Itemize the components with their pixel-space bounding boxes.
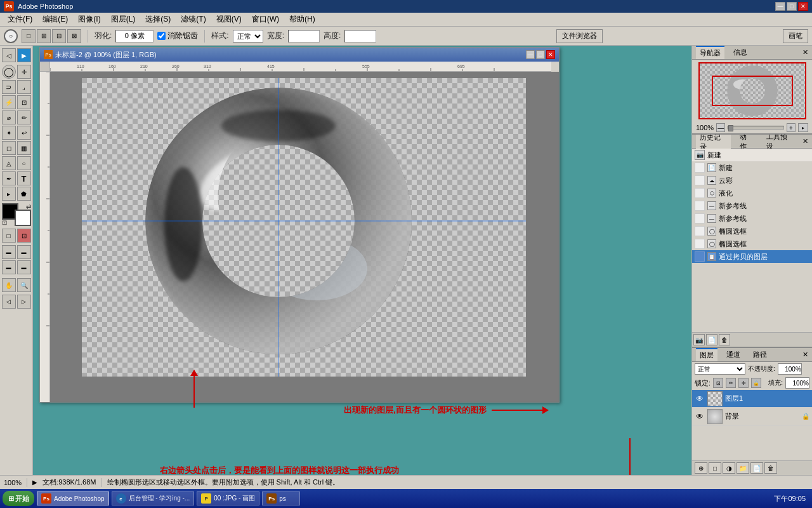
delete-layer-btn[interactable]: 🗑 [764,462,777,474]
layer-bg-eye[interactable]: 👁 [695,411,705,422]
menu-window[interactable]: 窗口(W) [247,13,284,26]
width-input[interactable] [288,30,320,43]
history-item-0[interactable]: 📄 新建 [692,161,812,174]
close-button[interactable]: ✕ [798,2,808,11]
blur-tool[interactable]: ◬ [2,156,16,170]
custom-shape-tool[interactable]: ⬟ [17,187,31,201]
history-forward-btn[interactable]: ▶ [17,48,31,62]
tab-navigator[interactable]: 导航器 [696,46,724,59]
lock-image-btn[interactable]: ✏ [726,378,736,388]
menu-filter[interactable]: 滤镜(T) [176,13,211,26]
menu-edit[interactable]: 编辑(E) [37,13,73,26]
canvas-container[interactable] [50,72,559,402]
nav-zoom-in-btn[interactable]: + [787,123,796,132]
opacity-input[interactable] [778,363,802,375]
small-rect-2[interactable]: ▬ [17,245,31,259]
new-selection-btn[interactable]: □ [22,29,36,43]
antialias-checkbox-container[interactable]: 消除锯齿 [157,30,198,41]
maximize-button[interactable]: □ [787,2,797,11]
extra-btn-1[interactable]: ◁ [2,295,16,309]
menu-select[interactable]: 选择(S) [140,13,176,26]
layer-1-eye[interactable]: 👁 [695,394,705,404]
history-back-btn[interactable]: ◁ [2,48,16,62]
adjustment-layer-btn[interactable]: ◑ [723,462,735,474]
history-brush-tool[interactable]: ↩ [17,126,31,140]
feather-input[interactable] [115,30,154,43]
history-item-4[interactable]: — 新参考线 [692,212,812,225]
layers-close-icon[interactable]: ✕ [802,351,808,359]
status-triangle-btn[interactable]: ▶ [32,479,37,486]
crop-tool[interactable]: ⊡ [17,95,31,109]
ellipse-marquee-tool[interactable]: ◯ [2,65,16,79]
nav-zoom-out-btn[interactable]: — [716,123,725,132]
clone-stamp-tool[interactable]: ✦ [2,126,16,140]
start-button[interactable]: ⊞ 开始 [3,491,34,506]
history-item-snapshot[interactable]: 📷 新建 [692,149,812,161]
history-item-5[interactable]: ◯ 椭圆选框 [692,225,812,237]
navigator-close-icon[interactable]: ✕ [802,48,808,57]
move-tool[interactable]: ✛ [17,65,31,79]
menu-image[interactable]: 图像(I) [73,13,105,26]
lasso-tool[interactable]: ⊃ [2,80,16,94]
small-rect-4[interactable]: ▬ [17,260,31,274]
switch-colors-icon[interactable]: ⇄ [26,203,31,210]
intersect-selection-btn[interactable]: ⊠ [67,29,81,43]
zoom-tool[interactable]: 🔍 [17,278,31,292]
tab-paths[interactable]: 路径 [749,349,771,361]
new-doc-from-state-btn[interactable]: 📄 [706,334,717,345]
taskbar-item-paint[interactable]: P 00 :JPG - 画图 [197,491,259,505]
small-rect-3[interactable]: ▬ [2,260,16,274]
history-item-6[interactable]: ◯ 椭圆选框 [692,237,812,250]
brush-preset-button[interactable]: 画笔 [783,29,808,43]
history-close-icon[interactable]: ✕ [802,137,808,145]
tab-layers[interactable]: 图层 [696,348,717,361]
taskbar-item-ps[interactable]: Ps Adobe Photoshop [37,491,109,505]
tab-channels[interactable]: 通道 [723,349,744,361]
hand-tool[interactable]: ✋ [2,278,16,292]
layer-item-1[interactable]: 👁 图层1 [692,390,812,408]
create-snapshot-btn[interactable]: 📷 [693,334,705,345]
doc-minimize-btn[interactable]: — [526,50,535,59]
healing-brush-tool[interactable]: ⌀ [2,110,16,124]
layer-mask-btn[interactable]: □ [709,462,721,474]
extra-btn-2[interactable]: ▷ [17,295,31,309]
taskbar-item-ps2[interactable]: Ps ps [262,491,300,505]
layer-style-btn[interactable]: ⊕ [695,462,707,474]
nav-expand-btn[interactable]: ▸ [798,123,808,132]
style-dropdown[interactable]: 正常 [233,30,263,43]
blend-mode-dropdown[interactable]: 正常 [695,363,745,375]
path-selection-tool[interactable]: ▸ [2,187,16,201]
dodge-tool[interactable]: ○ [17,156,31,170]
history-item-7[interactable]: 📋 通过拷贝的图层 [692,250,812,263]
delete-state-btn[interactable]: 🗑 [719,334,730,345]
layer-item-bg[interactable]: 👁 背景 🔒 [692,408,812,425]
menu-file[interactable]: 文件(F) [3,13,37,26]
brush-tool[interactable]: ✏ [17,110,31,124]
type-tool[interactable]: T [17,171,31,185]
subtract-selection-btn[interactable]: ⊟ [52,29,66,43]
polygon-lasso-tool[interactable]: ⌟ [17,80,31,94]
doc-maximize-btn[interactable]: □ [536,50,545,59]
lock-all-btn[interactable]: 🔒 [751,378,761,388]
background-color[interactable] [15,210,31,226]
add-selection-btn[interactable]: ⊞ [37,29,51,43]
standard-mode-btn[interactable]: □ [2,229,16,243]
lock-transparent-btn[interactable]: ⊡ [713,378,723,388]
gradient-tool[interactable]: ▦ [17,141,31,155]
default-colors-icon[interactable]: ⊡ [2,219,7,226]
antialias-checkbox[interactable] [157,32,166,40]
quick-mask-mode-btn[interactable]: ⊡ [17,229,31,243]
lock-position-btn[interactable]: ✛ [738,378,749,388]
tab-info[interactable]: 信息 [730,46,751,58]
minimize-button[interactable]: — [775,2,785,11]
height-input[interactable] [344,30,376,43]
magic-wand-tool[interactable]: ⚡ [2,95,16,109]
history-item-3[interactable]: — 新参考线 [692,199,812,212]
small-rect-1[interactable]: ▬ [2,245,16,259]
taskbar-item-ie[interactable]: e 后台管理 - 学习ing -... [112,491,195,505]
menu-view[interactable]: 视图(V) [211,13,247,26]
menu-layer[interactable]: 图层(L) [106,13,141,26]
tool-shape-ellipse[interactable]: ○ [4,29,18,43]
doc-close-btn[interactable]: ✕ [546,50,555,59]
pen-tool[interactable]: ✒ [2,171,16,185]
